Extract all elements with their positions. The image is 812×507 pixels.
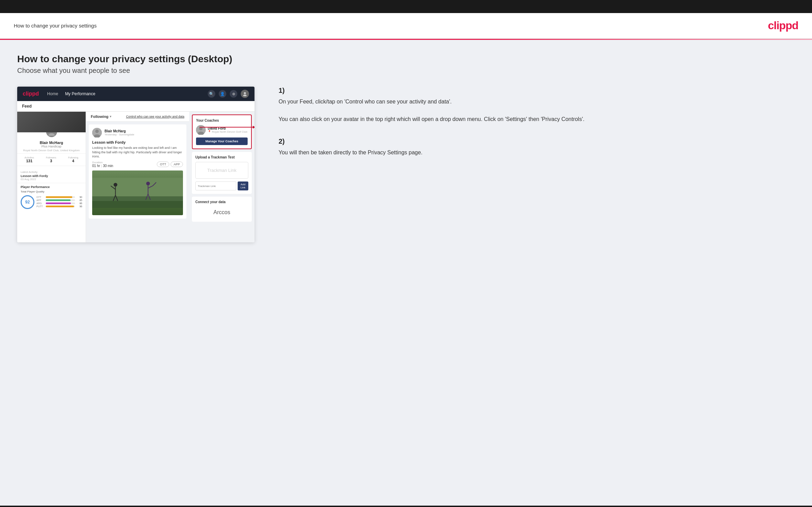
- trackman-card: Upload a Trackman Test Trackman Link Add…: [192, 152, 252, 194]
- feed-tab-label[interactable]: Feed: [22, 104, 32, 109]
- feed-header: Following ▾ Control who can see your act…: [86, 112, 189, 122]
- svg-point-5: [95, 130, 99, 133]
- post-author-avatar: [92, 128, 102, 137]
- app-nav-items: Home My Performance: [47, 91, 208, 96]
- coach-club: 📍 Royal North Devon Golf Club: [208, 130, 247, 133]
- trackman-display: Trackman Link: [195, 162, 248, 179]
- svg-point-0: [244, 92, 246, 94]
- duration-label: Duration: [92, 161, 113, 164]
- app-sidebar: Blair McHarg Plus Handicap Royal North D…: [17, 112, 86, 242]
- top-decorative-bar: [0, 0, 812, 13]
- tpq-bar-app: APP 85: [36, 199, 82, 201]
- tpq-bar-putt: PUTT 96: [36, 205, 82, 208]
- instruction-1-number: 1): [279, 87, 795, 95]
- svg-point-22: [199, 127, 203, 130]
- clippd-logo: clippd: [768, 19, 798, 32]
- post-author-name: Blair McHarg: [105, 129, 134, 133]
- profile-banner: [17, 112, 86, 132]
- svg-point-1: [243, 95, 247, 96]
- coach-avatar: [196, 125, 206, 135]
- connect-data-card: Connect your data Arccos: [192, 197, 252, 222]
- feed-tab-bar: Feed: [17, 101, 255, 112]
- control-privacy-link[interactable]: Control who can see your activity and da…: [126, 115, 184, 118]
- profile-subtitle: Plus Handicap: [17, 145, 86, 148]
- coach-info: David Ford 📍 Royal North Devon Golf Club: [208, 126, 247, 133]
- your-coaches-title: Your Coaches: [196, 119, 248, 122]
- arccos-logo: Arccos: [195, 207, 248, 218]
- app-logo: clippd: [23, 91, 39, 97]
- post-title: Lesson with Fordy: [92, 140, 183, 144]
- search-icon[interactable]: 🔍: [208, 90, 215, 98]
- stat-followers: Followers 3: [46, 156, 56, 163]
- tpq-row: 92 OTT 90: [21, 195, 82, 209]
- tag-pills: OTT APP: [157, 162, 183, 167]
- post-date-location: Yesterday · Sunningdale: [105, 133, 134, 136]
- post-image: [92, 170, 183, 215]
- nav-my-performance[interactable]: My Performance: [65, 91, 95, 96]
- app-main-feed: Following ▾ Control who can see your act…: [86, 112, 189, 242]
- app-navbar: clippd Home My Performance 🔍 👤 ⊕: [17, 87, 255, 101]
- main-subheading: Choose what you want people to see: [17, 67, 795, 75]
- instruction-2-text: You will then be taken directly to the P…: [279, 148, 795, 157]
- trackman-input-row: Add Link: [195, 181, 248, 190]
- svg-point-10: [113, 183, 117, 187]
- tpq-bar-arg: ARG 86: [36, 202, 82, 205]
- person-icon[interactable]: 👤: [219, 90, 226, 98]
- latest-activity-label: Latest Activity: [21, 170, 37, 174]
- svg-point-3: [48, 133, 55, 136]
- post-body: Looking to feel like my hands are exitin…: [92, 146, 183, 159]
- duration-value: 01 hr : 30 min: [92, 164, 113, 168]
- site-header: How to change your privacy settings clip…: [0, 13, 812, 39]
- tag-ott: OTT: [157, 162, 169, 167]
- following-button[interactable]: Following ▾: [91, 114, 111, 119]
- user-avatar-icon[interactable]: [241, 90, 249, 98]
- svg-rect-9: [92, 201, 183, 208]
- two-column-layout: clippd Home My Performance 🔍 👤 ⊕: [17, 87, 795, 242]
- latest-activity-name: Lesson with Fordy: [21, 174, 82, 178]
- instructions-panel: 1) On your Feed, click/tap on 'Control w…: [268, 87, 795, 170]
- profile-stats: Activities 131 Followers 3 Following 4: [17, 153, 86, 166]
- feed-post: Blair McHarg Yesterday · Sunningdale Les…: [89, 124, 186, 219]
- coach-item: David Ford 📍 Royal North Devon Golf Club: [196, 125, 248, 135]
- tpq-bars: OTT 90 APP: [36, 196, 82, 208]
- post-author-info: Blair McHarg Yesterday · Sunningdale: [105, 129, 134, 136]
- duration-row: Duration 01 hr : 30 min OTT APP: [92, 161, 183, 168]
- player-performance-label: Player Performance: [21, 185, 82, 189]
- app-right-sidebar: Your Coaches David Ford: [189, 112, 255, 242]
- post-header: Blair McHarg Yesterday · Sunningdale: [92, 128, 183, 137]
- app-mockup: clippd Home My Performance 🔍 👤 ⊕: [17, 87, 255, 242]
- instruction-2-number: 2): [279, 137, 795, 145]
- your-coaches-card: Your Coaches David Ford: [192, 114, 252, 149]
- duration-section: Duration 01 hr : 30 min: [92, 161, 113, 168]
- main-heading: How to change your privacy settings (Des…: [17, 54, 795, 65]
- instruction-1: 1) On your Feed, click/tap on 'Control w…: [279, 87, 795, 124]
- app-body: Blair McHarg Plus Handicap Royal North D…: [17, 112, 255, 242]
- player-performance-section: Player Performance Total Player Quality …: [17, 183, 86, 211]
- profile-location: Royal North Devon Golf Club, United King…: [17, 149, 86, 152]
- globe-icon[interactable]: ⊕: [230, 90, 237, 98]
- coach-name: David Ford: [208, 126, 247, 130]
- trackman-link-input[interactable]: [195, 181, 236, 190]
- instruction-1-text: On your Feed, click/tap on 'Control who …: [279, 97, 795, 124]
- nav-home[interactable]: Home: [47, 91, 58, 96]
- app-nav-icons: 🔍 👤 ⊕: [208, 90, 249, 98]
- add-link-button[interactable]: Add Link: [238, 181, 248, 190]
- tpq-bar-ott: OTT 90: [36, 196, 82, 198]
- trackman-title: Upload a Trackman Test: [195, 155, 248, 159]
- instruction-2: 2) You will then be taken directly to th…: [279, 137, 795, 157]
- connect-data-title: Connect your data: [195, 200, 248, 204]
- profile-name: Blair McHarg: [17, 141, 86, 145]
- stat-following: Following 4: [68, 156, 78, 163]
- stat-activities: Activities 131: [24, 156, 34, 163]
- latest-activity-section: Latest Activity Lesson with Fordy 03 Aug…: [17, 166, 86, 183]
- manage-coaches-button[interactable]: Manage Your Coaches: [196, 137, 248, 145]
- svg-point-15: [146, 181, 150, 185]
- main-content: How to change your privacy settings (Des…: [0, 40, 812, 506]
- chevron-down-icon: ▾: [110, 115, 111, 118]
- page-title: How to change your privacy settings: [14, 23, 97, 29]
- total-player-quality-label: Total Player Quality: [21, 190, 82, 193]
- latest-activity-date: 03 Aug 2022: [21, 178, 82, 181]
- location-icon: 📍: [208, 130, 211, 133]
- tag-app: APP: [171, 162, 183, 167]
- tpq-circle: 92: [21, 195, 34, 209]
